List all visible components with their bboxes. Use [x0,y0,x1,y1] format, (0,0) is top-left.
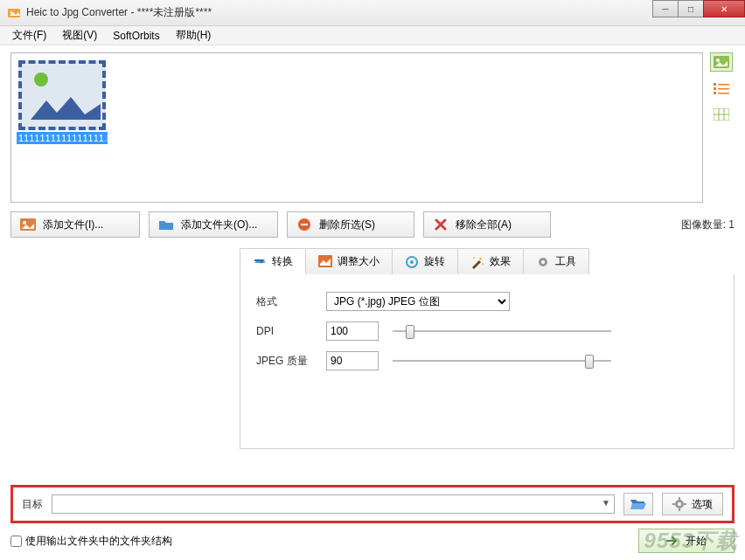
dpi-slider[interactable] [393,322,611,340]
tab-resize-label: 调整大小 [338,254,379,269]
use-structure-input[interactable] [10,536,22,547]
options-button[interactable]: 选项 [662,493,723,515]
window-controls: ─ □ ✕ [653,0,745,17]
tab-effects-label: 效果 [490,254,511,269]
folder-open-icon [630,497,647,511]
tab-tools-label: 工具 [555,254,576,269]
tab-rotate[interactable]: 旋转 [392,248,458,274]
remove-icon [296,217,312,232]
format-select[interactable]: JPG (*.jpg) JPEG 位图 [326,292,510,311]
menubar: 文件(F) 视图(V) SoftOrbits 帮助(H) [0,26,745,45]
menu-softorbits[interactable]: SoftOrbits [106,28,166,44]
window-title: Heic to Jpg Converter - ****未注册版**** [26,5,212,20]
maximize-button[interactable]: □ [678,0,704,17]
titlebar: Heic to Jpg Converter - ****未注册版**** ─ □… [0,0,745,26]
start-label: 开始 [686,534,707,549]
svg-point-3 [716,59,720,62]
dpi-label: DPI [256,325,326,337]
list-icon [714,82,729,94]
svg-rect-4 [714,83,716,86]
svg-rect-6 [714,92,716,94]
view-details-button[interactable] [710,105,733,124]
add-files-button[interactable]: 添加文件(I)... [10,211,140,238]
menu-view[interactable]: 视图(V) [55,26,104,45]
start-button[interactable]: 开始 [638,529,735,553]
thumbnail-item[interactable]: 1111111111111111.heic [17,60,108,144]
svg-rect-27 [679,497,680,500]
chevron-down-icon: ▼ [602,498,610,508]
use-structure-checkbox[interactable]: 使用输出文件夹中的文件夹结构 [10,534,172,549]
target-combo[interactable]: ▼ [52,494,615,514]
grid-icon [714,108,729,121]
convert-icon [253,254,267,268]
svg-rect-30 [684,503,686,505]
svg-rect-29 [672,503,675,505]
thumbnail-image [18,60,106,130]
target-label: 目标 [22,497,43,512]
dpi-input[interactable] [326,321,379,341]
svg-point-24 [541,260,545,264]
add-folder-label: 添加文件夹(O)... [181,218,257,232]
tab-rotate-label: 旋转 [424,254,445,269]
remove-all-label: 移除全部(A) [456,218,512,232]
remove-selected-button[interactable]: 删除所选(S) [287,211,414,238]
thumbnail-filename: 1111111111111111.heic [17,132,108,144]
tab-resize[interactable]: 调整大小 [305,248,393,274]
format-label: 格式 [256,294,326,309]
image-count: 图像数量: 1 [681,218,735,232]
options-label: 选项 [692,497,713,512]
svg-rect-7 [718,84,729,86]
svg-rect-9 [718,93,729,94]
actions-row: 添加文件(I)... 添加文件夹(O)... 删除所选(S) 移除全部(A) 图… [10,211,735,238]
quality-label: JPEG 质量 [256,354,326,369]
remove-selected-label: 删除所选(S) [319,218,375,232]
resize-icon [318,255,332,269]
thumbnail-list[interactable]: 1111111111111111.heic [10,52,703,203]
svg-point-20 [410,260,414,264]
thumbnails-icon [714,56,729,68]
tab-convert-label: 转换 [272,254,293,269]
add-folder-button[interactable]: 添加文件夹(O)... [149,211,278,238]
quality-slider[interactable] [393,352,611,370]
app-icon [7,6,21,20]
svg-rect-17 [301,224,308,225]
tab-tools[interactable]: 工具 [523,248,589,274]
close-button[interactable]: ✕ [703,0,745,17]
effects-icon [470,255,484,269]
use-structure-label: 使用输出文件夹中的文件夹结构 [25,534,172,549]
view-toolbar [708,52,735,203]
menu-help[interactable]: 帮助(H) [169,26,219,45]
minimize-button[interactable]: ─ [652,0,679,17]
svg-point-26 [678,502,681,506]
tab-convert[interactable]: 转换 [240,248,306,274]
arrow-right-icon [666,536,680,546]
tab-body-convert: 格式 JPG (*.jpg) JPEG 位图 DPI JPEG 质量 [240,274,735,449]
folder-icon [158,217,174,232]
svg-point-21 [473,257,475,259]
svg-rect-28 [679,508,680,511]
tab-effects[interactable]: 效果 [457,248,524,274]
view-list-button[interactable] [710,79,733,98]
svg-point-22 [482,263,484,265]
menu-file[interactable]: 文件(F) [5,26,53,45]
add-files-label: 添加文件(I)... [43,218,103,232]
view-thumbnails-button[interactable] [710,52,733,72]
svg-rect-8 [718,88,729,90]
browse-folder-button[interactable] [623,493,653,515]
image-icon [20,217,36,232]
target-row: 目标 ▼ 选项 [10,485,735,523]
rotate-icon [405,255,419,269]
quality-input[interactable] [326,351,379,370]
clear-icon [433,217,449,232]
gear-icon [672,497,686,511]
svg-rect-5 [714,87,716,90]
gear-icon [536,255,550,269]
tab-row: 转换 调整大小 旋转 效果 工具 [240,248,735,274]
svg-point-15 [23,221,26,225]
remove-all-button[interactable]: 移除全部(A) [423,211,551,238]
